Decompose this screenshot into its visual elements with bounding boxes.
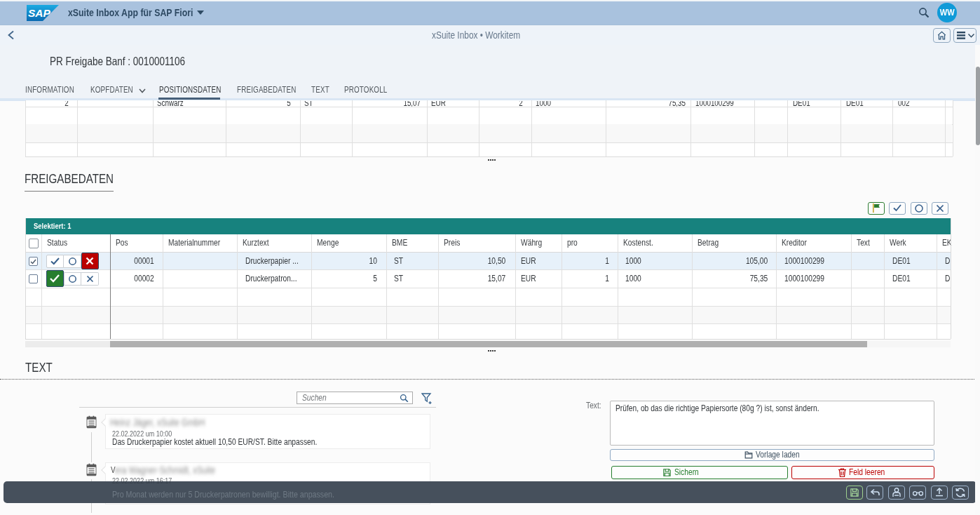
svg-text:SAP: SAP [28,7,51,19]
